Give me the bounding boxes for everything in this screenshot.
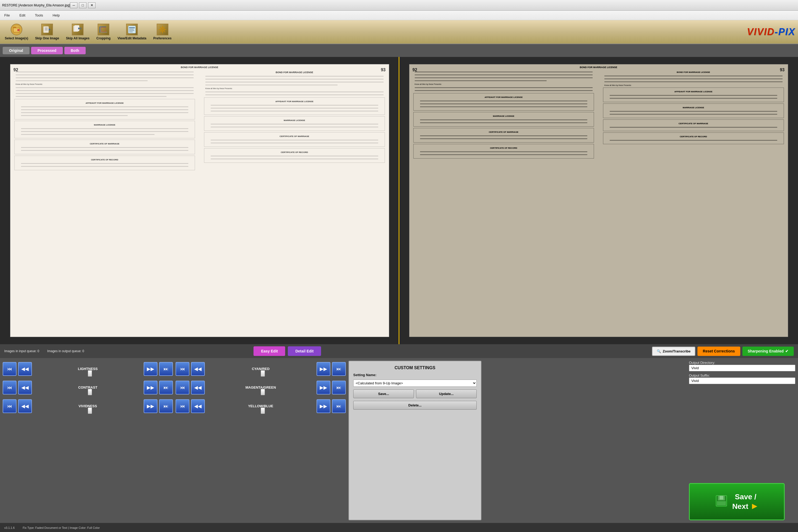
sharpening-enabled-button[interactable]: Sharpening Enabled ✔	[742, 347, 794, 356]
preferences-label: Preferences	[153, 36, 172, 40]
preferences-icon	[157, 24, 168, 35]
close-button[interactable]: ✕	[88, 2, 95, 8]
yellow-blue-first-button[interactable]: ⏮	[175, 399, 189, 413]
menu-edit[interactable]: Edit	[17, 12, 27, 18]
vividness-next-button[interactable]: ▶▶	[144, 399, 157, 413]
save-next-button[interactable]: Save / Next	[689, 483, 785, 520]
lightness-next-button[interactable]: ▶▶	[144, 362, 157, 376]
settings-update-button[interactable]: Update...	[416, 390, 477, 398]
output-directory-label: Output Directory:	[689, 361, 715, 365]
custom-settings-panel: CUSTOM SETTINGS Setting Name: <Calculate…	[348, 361, 481, 520]
contrast-prev-button[interactable]: ◀◀	[18, 381, 32, 395]
checkmark-icon: ✔	[785, 349, 788, 353]
vividness-track[interactable]	[88, 408, 88, 408]
contrast-last-button[interactable]: ⏭	[159, 381, 173, 395]
skip-all-button[interactable]: Skip All Images	[64, 23, 92, 41]
svg-line-32	[160, 31, 161, 32]
skip-all-icon	[72, 24, 83, 35]
svg-marker-8	[49, 28, 51, 31]
svg-rect-19	[129, 27, 135, 28]
view-toggle-bar: Original Processed Both	[0, 44, 798, 57]
app-logo: VIVID-PIX	[747, 26, 795, 38]
magenta-green-thumb[interactable]	[261, 389, 265, 395]
lightness-prev-button[interactable]: ◀◀	[18, 362, 32, 376]
lightness-track[interactable]	[88, 371, 88, 371]
magenta-green-last-button[interactable]: ⏭	[332, 381, 346, 395]
skip-one-icon	[41, 24, 53, 35]
minimize-button[interactable]: ─	[70, 2, 77, 8]
select-images-button[interactable]: Select Image(s)	[3, 23, 30, 41]
maximize-button[interactable]: □	[79, 2, 87, 8]
preferences-button[interactable]: Preferences	[151, 23, 174, 41]
svg-line-30	[164, 31, 165, 32]
skip-one-button[interactable]: Skip One Image	[33, 23, 61, 41]
magnifier-icon: 🔍	[657, 349, 661, 353]
cyan-red-last-button[interactable]: ⏭	[332, 362, 346, 376]
svg-rect-35	[720, 496, 723, 499]
yellow-blue-label: YELLOW/BLUE	[245, 404, 277, 408]
easy-edit-button[interactable]: Easy Edit	[253, 346, 285, 356]
vividness-prev-button[interactable]: ◀◀	[18, 399, 32, 413]
magenta-green-prev-button[interactable]: ◀◀	[191, 381, 205, 395]
contrast-track[interactable]	[88, 390, 88, 390]
cropping-icon	[98, 24, 109, 35]
lightness-thumb[interactable]	[88, 370, 92, 377]
cyan-red-prev-button[interactable]: ◀◀	[191, 362, 205, 376]
controls-area: ⏮ ◀◀ LIGHTNESS ▶▶ ⏭ ⏮ ◀◀ CONTRAST ▶▶ ⏭	[0, 358, 798, 523]
cyan-red-track[interactable]	[261, 371, 261, 371]
yellow-blue-last-button[interactable]: ⏭	[332, 399, 346, 413]
yellow-blue-next-button[interactable]: ▶▶	[317, 399, 330, 413]
yellow-blue-track[interactable]	[261, 408, 261, 408]
magenta-green-label: MAGENTA/GREEN	[245, 385, 277, 390]
output-panel: Output Directory: Output Suffix: Save / …	[689, 361, 795, 520]
vividness-thumb[interactable]	[88, 407, 92, 414]
original-view-button[interactable]: Original	[3, 47, 30, 54]
image-divider	[399, 57, 400, 344]
contrast-thumb[interactable]	[88, 389, 92, 395]
magenta-green-next-button[interactable]: ▶▶	[317, 381, 330, 395]
skip-one-label: Skip One Image	[35, 36, 59, 40]
metadata-icon	[126, 24, 138, 35]
yellow-blue-thumb[interactable]	[261, 407, 265, 414]
proc-doc-title-1: BOND FOR MARRIAGE LICENSE	[410, 66, 788, 69]
processed-view-button[interactable]: Processed	[31, 47, 63, 54]
both-view-button[interactable]: Both	[64, 47, 86, 54]
skip-all-svg	[73, 25, 82, 34]
bottom-status-bar: v3.1.1.6 Fix Type: Faded Document or Tex…	[0, 523, 798, 532]
magenta-green-track[interactable]	[261, 390, 261, 390]
cropping-button[interactable]: Cropping	[94, 23, 113, 41]
lightness-first-button[interactable]: ⏮	[3, 362, 17, 376]
contrast-first-button[interactable]: ⏮	[3, 381, 17, 395]
menu-file[interactable]: File	[2, 12, 12, 18]
contrast-next-button[interactable]: ▶▶	[144, 381, 157, 395]
doc-title-2: BOND FOR MARRIAGE LICENSE	[200, 71, 389, 74]
setting-name-select[interactable]: <Calculated from 9-Up Image>	[353, 380, 477, 387]
svg-rect-21	[129, 30, 134, 31]
settings-save-update-row: Save... Update...	[353, 390, 477, 398]
metadata-button[interactable]: View/Edit Metadata	[115, 23, 148, 41]
cyan-red-first-button[interactable]: ⏮	[175, 362, 189, 376]
yellow-blue-slider-row: ⏮ ◀◀ YELLOW/BLUE ▶▶ ⏭	[175, 398, 346, 414]
output-suffix-section: Output Suffix:	[689, 374, 795, 384]
vividness-first-button[interactable]: ⏮	[3, 399, 17, 413]
contrast-label: CONTRAST	[72, 385, 104, 390]
zoom-transcribe-button[interactable]: 🔍 Zoom/Transcribe	[652, 347, 695, 356]
vividness-last-button[interactable]: ⏭	[159, 399, 173, 413]
lightness-last-button[interactable]: ⏭	[159, 362, 173, 376]
svg-point-3	[17, 29, 19, 31]
page-number-left-93: 93	[381, 68, 386, 72]
app-title: RESTORE [Anderson Murphy_Ella Amason.jpg…	[2, 3, 70, 7]
menu-help[interactable]: Help	[51, 12, 62, 18]
yellow-blue-prev-button[interactable]: ◀◀	[191, 399, 205, 413]
settings-save-button[interactable]: Save...	[353, 390, 414, 398]
settings-delete-button[interactable]: Delete...	[353, 401, 477, 410]
output-suffix-input[interactable]	[689, 377, 795, 384]
cyan-red-thumb[interactable]	[261, 370, 265, 377]
output-directory-input[interactable]	[689, 365, 795, 371]
magenta-green-first-button[interactable]: ⏮	[175, 381, 189, 395]
contrast-slider-row: ⏮ ◀◀ CONTRAST ▶▶ ⏭	[3, 379, 173, 396]
reset-corrections-button[interactable]: Reset Corrections	[698, 347, 740, 356]
cyan-red-next-button[interactable]: ▶▶	[317, 362, 330, 376]
menu-tools[interactable]: Tools	[33, 12, 45, 18]
detail-edit-button[interactable]: Detail Edit	[288, 346, 321, 356]
